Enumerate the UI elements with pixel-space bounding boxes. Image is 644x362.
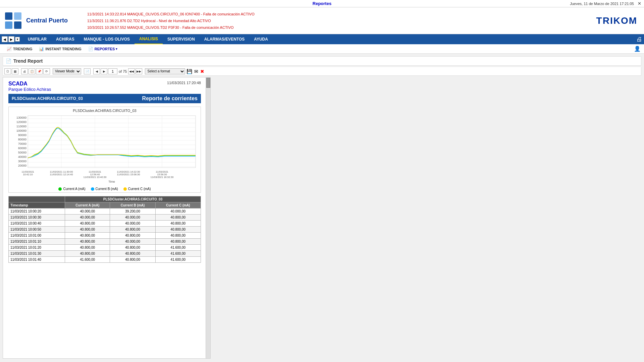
cell-current-a: 40.000,00: [65, 215, 110, 221]
scrollbar-thumb[interactable]: [206, 78, 210, 88]
nav-item-alarmas[interactable]: ALARMAS/EVENTOS: [200, 34, 249, 44]
col-header-timestamp: Timestamp: [9, 202, 65, 208]
table-row: 11/03/2021 10:01:40 41.600,00 40.800,00 …: [9, 257, 201, 263]
page-icon: 📄: [6, 58, 11, 64]
tool-print-button[interactable]: 🖨: [21, 68, 28, 74]
legend-dot-b: [91, 187, 94, 191]
cell-current-b: 40.800,00: [110, 257, 155, 263]
alert-row-3: 10/3/2021 10:26:57.552 MANQUE_OLIVOS.TD2…: [87, 24, 590, 31]
table-body: 11/03/2021 10:00:20 40.000,00 39.200,00 …: [9, 208, 201, 263]
tool-open-button[interactable]: ▦: [12, 68, 18, 74]
cell-current-c: 41.600,00: [155, 245, 201, 251]
table-header-timestamp: [9, 196, 65, 202]
viewer-mode-select[interactable]: Viewer Mode Edit Mode: [53, 68, 81, 74]
cell-current-b: 40.800,00: [110, 227, 155, 233]
cell-current-a: 40.800,00: [65, 245, 110, 251]
legend-dot-c: [123, 187, 127, 191]
instant-trending-icon: 📊: [39, 47, 44, 51]
submenu-reportes-label: REPORTES: [95, 47, 115, 51]
cell-current-c: 40.800,00: [155, 239, 201, 245]
nav-item-manque[interactable]: MANQUE - LOS OLIVOS: [79, 34, 135, 44]
page-next-button[interactable]: ▶: [101, 68, 107, 74]
submenu-instant-trending-label: INSTANT TRENDING: [45, 47, 81, 51]
page-prev-button[interactable]: ◀: [93, 68, 100, 74]
nav-back-button[interactable]: ◀: [2, 36, 8, 42]
svg-text:11/03/2021 12:14:40: 11/03/2021 12:14:40: [50, 173, 73, 176]
svg-text:60000: 60000: [18, 146, 26, 150]
submenu-bar: 📈 TRENDING 📊 INSTANT TRENDING 📄 REPORTES…: [0, 44, 644, 54]
submenu-reportes[interactable]: 📄 REPORTES ▾: [85, 44, 121, 54]
export-button[interactable]: 💾: [186, 69, 193, 74]
nav-item-analisis[interactable]: ANALISIS: [135, 34, 163, 44]
svg-rect-16: [28, 116, 196, 168]
cell-current-b: 40.000,00: [110, 239, 155, 245]
tool-new-button[interactable]: 🗋: [4, 68, 11, 74]
cell-timestamp: 11/03/2021 10:00:40: [9, 221, 65, 227]
cell-timestamp: 11/03/2021 10:00:30: [9, 215, 65, 221]
report-content: SCADA Parque Eólico Achiras 11/03/2021 1…: [3, 77, 206, 266]
chart-svg: 130000 120000 110000 100000 90000 80000 …: [10, 114, 198, 184]
submenu-trending-label: TRENDING: [13, 47, 32, 51]
cell-current-a: 40.800,00: [65, 233, 110, 239]
nav-bar: ◀ ▶ ▼ UNIFILAR ACHIRAS MANQUE - LOS OLIV…: [0, 34, 644, 44]
content-area: 📄 Trend Report 🗋 ▦ 🖨 📋 📌 ⟳ Viewer Mode E…: [0, 54, 644, 362]
report-header: SCADA Parque Eólico Achiras 11/03/2021 1…: [8, 81, 201, 92]
page-last-prev-button[interactable]: ◀◀: [128, 68, 135, 74]
tool-refresh-button[interactable]: ⟳: [43, 68, 50, 74]
nav-item-ayuda[interactable]: AYUDA: [249, 34, 273, 44]
svg-text:30000: 30000: [18, 160, 26, 163]
nav-forward-button[interactable]: ▶: [8, 36, 14, 42]
nav-item-unifilar[interactable]: UNIFILAR: [23, 34, 51, 44]
svg-text:70000: 70000: [18, 142, 26, 145]
print-icon[interactable]: 🖨: [636, 36, 642, 43]
close-icon[interactable]: ✕: [638, 1, 641, 6]
tool-paste-button[interactable]: 📌: [36, 68, 43, 74]
logo-text: Central Puerto: [26, 17, 68, 24]
page-title: Trend Report: [13, 58, 43, 64]
legend-current-c: Current C (mA): [123, 187, 151, 191]
table-row: 11/03/2021 10:01:30 40.800,00 40.800,00 …: [9, 251, 201, 257]
submenu-instant-trending[interactable]: 📊 INSTANT TRENDING: [36, 44, 85, 54]
col-header-current-a: Current A (mA): [65, 202, 110, 208]
cell-current-a: 40.000,00: [65, 208, 110, 215]
cell-current-c: 40.000,00: [155, 208, 201, 215]
trending-icon: 📈: [7, 47, 12, 51]
cell-current-c: 41.600,00: [155, 257, 201, 263]
panel-scrollbar[interactable]: [206, 77, 210, 358]
table-row: 11/03/2021 10:00:50 40.800,00 40.800,00 …: [9, 227, 201, 233]
svg-rect-0: [5, 12, 12, 20]
svg-text:120000: 120000: [16, 120, 26, 124]
cell-current-c: 41.600,00: [155, 251, 201, 257]
cell-current-b: 40.800,00: [110, 245, 155, 251]
cell-current-b: 40.800,00: [110, 233, 155, 239]
svg-text:80000: 80000: [18, 138, 26, 141]
nav-dropdown-button[interactable]: ▼: [15, 37, 20, 42]
format-select[interactable]: Select a format PDF Excel CSV Word: [145, 68, 185, 74]
svg-text:90000: 90000: [18, 133, 26, 137]
user-icon[interactable]: 👤: [634, 46, 641, 52]
data-table: PLSDCluster.ACHIRAS.CIRCUITO_03 Timestam…: [8, 196, 201, 263]
email-button[interactable]: ✉: [194, 69, 199, 74]
cell-current-b: 40.800,00: [110, 251, 155, 257]
page-number-input[interactable]: [108, 68, 117, 74]
page-last-next-button[interactable]: ▶▶: [136, 68, 142, 74]
svg-rect-2: [14, 12, 21, 20]
legend-dot-a: [58, 187, 62, 191]
svg-text:10:42:10: 10:42:10: [23, 173, 33, 176]
close-report-button[interactable]: ✖: [200, 69, 205, 74]
submenu-trending[interactable]: 📈 TRENDING: [3, 44, 36, 54]
logo-area: Central Puerto: [3, 11, 80, 31]
header: Central Puerto 11/3/2021 14:33:22.814 MA…: [0, 7, 644, 34]
svg-rect-3: [14, 21, 21, 29]
trikom-logo: TRIKOM: [596, 15, 637, 26]
nav-item-achiras[interactable]: ACHIRAS: [51, 34, 79, 44]
data-table-wrap: PLSDCluster.ACHIRAS.CIRCUITO_03 Timestam…: [8, 196, 201, 263]
tool-doc-button[interactable]: 📄: [84, 68, 91, 74]
alerts-area: 11/3/2021 14:33:22.814 MANQUE_OLIVOS.CIR…: [80, 11, 596, 31]
top-bar-title: Reportes: [313, 1, 331, 6]
svg-text:11/03/2021 13:40:30: 11/03/2021 13:40:30: [84, 176, 107, 179]
nav-item-supervision[interactable]: SUPERVISION: [163, 34, 200, 44]
tool-copy-button[interactable]: 📋: [29, 68, 35, 74]
legend-label-a: Current A (mA): [63, 187, 85, 191]
cell-timestamp: 11/03/2021 10:01:10: [9, 239, 65, 245]
